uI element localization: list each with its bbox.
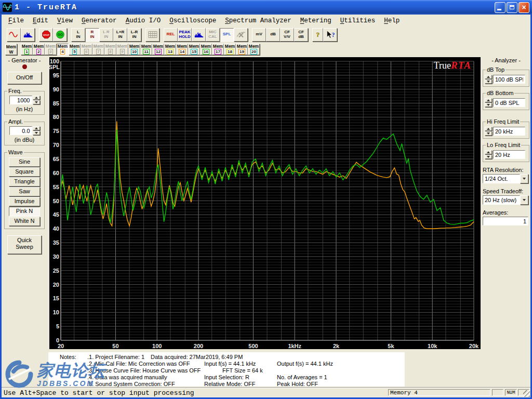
mv-units-button[interactable]: mV [252, 28, 266, 42]
lr-input-button[interactable]: L RIN [99, 28, 113, 42]
averages-input[interactable] [483, 217, 528, 225]
grid-toggle-icon[interactable] [145, 28, 159, 42]
db-top-input[interactable] [493, 75, 525, 84]
wave-sine-button[interactable]: Sine [9, 157, 40, 167]
db-top-spin-down[interactable] [485, 79, 492, 84]
memory-button-10[interactable]: Mem10 [128, 44, 140, 55]
help-button[interactable]: ? [312, 28, 323, 42]
spectrum-analyzer-mode-icon[interactable] [21, 28, 35, 42]
wave-saw-button[interactable]: Saw [9, 187, 40, 196]
rta-resolution-dropdown-arrow[interactable] [520, 174, 528, 183]
memory-button-3[interactable]: Mem3 [45, 44, 57, 55]
mic-cal-button[interactable]: MICCAL [206, 28, 220, 42]
menu-edit[interactable]: Edit [30, 16, 51, 25]
menu-help[interactable]: Help [381, 16, 402, 25]
generator-sine-icon[interactable] [7, 28, 21, 42]
memory-button-13[interactable]: Mem13 [164, 44, 176, 55]
close-icon: × [522, 4, 526, 11]
memory-button-7[interactable]: Mem7 [92, 44, 104, 55]
y-axis-tick-label: 75 [53, 128, 59, 134]
db-bottom-spin-down[interactable] [485, 103, 492, 107]
memory-button-2[interactable]: Mem2 [33, 44, 45, 55]
memory-button-12[interactable]: Mem12 [152, 44, 164, 55]
stop-button[interactable]: STOP [39, 28, 53, 42]
menu-utilities[interactable]: Utilities [338, 16, 378, 25]
db-units-button[interactable]: dB [266, 28, 280, 42]
db-bottom-spin-up[interactable] [485, 98, 492, 102]
svg-text:?: ? [316, 31, 319, 38]
close-button[interactable]: × [518, 2, 529, 13]
menu-view[interactable]: View [55, 16, 75, 25]
speed-tradeoff-dropdown[interactable]: 20 Hz (slow) [483, 195, 528, 205]
left-input-button[interactable]: LIN [71, 28, 85, 42]
speed-tradeoff-dropdown-arrow[interactable] [520, 195, 528, 205]
frequency-spin-up[interactable] [33, 96, 40, 100]
generator-status-led [22, 64, 27, 69]
amplitude-spin-up[interactable] [33, 126, 40, 130]
quick-sweep-button[interactable]: Quick Sweep [7, 235, 42, 254]
cf-vv-button[interactable]: CFV/V [280, 28, 294, 42]
memory-button-20[interactable]: Mem20 [248, 44, 260, 55]
hi-freq-limit-input[interactable] [493, 127, 525, 136]
lo-freq-limit-spin-down[interactable] [485, 155, 492, 159]
generator-onoff-button[interactable]: On/Off [7, 72, 42, 84]
memory-button-14[interactable]: Mem14 [176, 44, 188, 55]
rta-resolution-dropdown[interactable]: 1/24 Oct. [483, 174, 528, 183]
memory-button-16[interactable]: Mem16 [200, 44, 212, 55]
memory-button-8[interactable]: Mem8 [104, 44, 116, 55]
lo-freq-limit-spin-up[interactable] [485, 150, 492, 154]
wave-pink-n-button[interactable]: Pink N [9, 207, 40, 216]
frequency-spin-down[interactable] [33, 100, 40, 104]
l-plus-r-input-button[interactable]: L+RIN [113, 28, 127, 42]
maximize-button[interactable] [507, 2, 517, 13]
menu-generator[interactable]: Generator [79, 16, 119, 25]
db-top-spin-up[interactable] [485, 75, 492, 79]
memory-button-w[interactable]: MemW [5, 44, 17, 55]
menu-metering[interactable]: Metering [298, 16, 334, 25]
clear-curve-icon[interactable] [234, 28, 248, 42]
hi-freq-limit-spin-down[interactable] [485, 131, 492, 136]
context-help-button[interactable]: ? [323, 28, 337, 42]
memory-button-17[interactable]: Mem17 [212, 44, 224, 55]
memory-button-9[interactable]: Mem9 [116, 44, 128, 55]
y-axis-tick-label: 55 [53, 184, 59, 190]
memory-button-1[interactable]: Mem1 [21, 44, 33, 55]
amplitude-spin-down[interactable] [33, 131, 40, 135]
menu-file[interactable]: File [6, 16, 26, 25]
averages-label: Averages: [483, 209, 529, 216]
l-minus-r-input-button[interactable]: L-RIN [127, 28, 141, 42]
toolbar: STOPGOLINRINL RINL+RINL-RINRELPEAKHOLDMI… [2, 26, 530, 43]
memory-button-19[interactable]: Mem19 [236, 44, 248, 55]
cf-db-button[interactable]: CFdB [294, 28, 308, 42]
memory-button-15[interactable]: Mem15 [188, 44, 200, 55]
wave-square-button[interactable]: Square [9, 167, 40, 177]
relative-mode-button[interactable]: REL [164, 28, 178, 42]
y-axis-tick-label: 15 [53, 295, 59, 301]
y-axis-tick-label: 50 [53, 198, 59, 204]
memory-button-6[interactable]: Mem6 [81, 44, 92, 55]
lo-freq-limit-input[interactable] [493, 150, 525, 159]
wave-white-n-button[interactable]: White N [9, 217, 40, 226]
note-line-4: No. of Averages = 1 [277, 374, 327, 380]
db-bottom-input[interactable] [493, 98, 525, 107]
amplitude-input[interactable] [9, 126, 32, 135]
menu-oscilloscope[interactable]: Oscilloscope [167, 16, 219, 25]
go-button[interactable]: GO [53, 28, 67, 42]
spl-button[interactable]: SPL [220, 28, 234, 42]
right-input-button[interactable]: RIN [85, 28, 99, 42]
menu-audio-i-o[interactable]: Audio I/O [123, 16, 164, 25]
memory-button-4[interactable]: Mem4 [57, 44, 69, 55]
y-axis-tick-label: 35 [53, 240, 59, 246]
hi-freq-limit-spin-up[interactable] [485, 127, 492, 131]
wave-impulse-button[interactable]: Impulse [9, 197, 40, 206]
frequency-input[interactable] [9, 96, 32, 104]
minimize-button[interactable] [495, 2, 506, 13]
peak-hold-button[interactable]: PEAKHOLD [178, 28, 192, 42]
menu-spectrum-analyzer[interactable]: Spectrum Analyzer [222, 16, 294, 25]
memory-button-11[interactable]: Mem11 [140, 44, 152, 55]
resize-grip[interactable] [523, 390, 530, 397]
memory-button-18[interactable]: Mem18 [224, 44, 236, 55]
bar-display-icon[interactable] [192, 28, 206, 42]
memory-button-5[interactable]: Mem5 [69, 44, 81, 55]
wave-triangle-button[interactable]: Triangle [9, 177, 40, 187]
